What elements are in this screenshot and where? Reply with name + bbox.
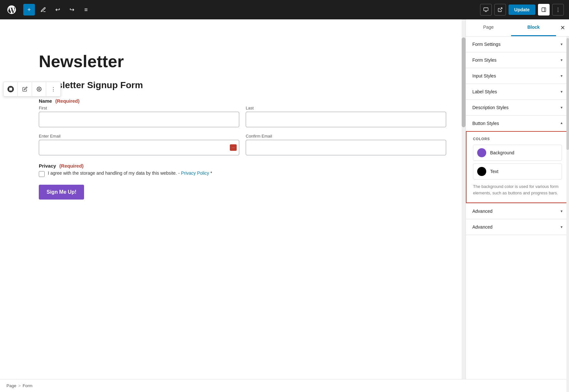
svg-rect-0 — [484, 8, 488, 11]
first-label: First — [39, 106, 239, 110]
privacy-checkbox[interactable] — [39, 171, 45, 177]
block-more-button[interactable]: ⋮ — [46, 82, 60, 96]
background-color-swatch — [477, 148, 486, 157]
last-name-col: Last — [246, 106, 446, 127]
toolbar: + ↩ ↪ ≡ Update ⋮ — [0, 0, 569, 19]
name-required-badge: (Required) — [55, 98, 80, 104]
tab-block[interactable]: Block — [511, 19, 556, 36]
update-button[interactable]: Update — [509, 5, 535, 15]
form-title: Newsletter Signup Form — [39, 80, 446, 90]
privacy-policy-link[interactable]: Privacy Policy — [181, 170, 209, 176]
submit-button[interactable]: Sign Me Up! — [39, 185, 84, 200]
chevron-down-icon: ▾ — [561, 89, 563, 94]
breadcrumb-form: Form — [23, 383, 32, 388]
privacy-field-label: Privacy (Required) — [39, 163, 446, 169]
accordion-form-styles-header[interactable]: Form Styles ▾ — [466, 52, 569, 68]
sidebar-scrollbar-track — [566, 19, 569, 379]
block-type-button[interactable] — [4, 82, 18, 96]
preview-button[interactable] — [494, 4, 506, 15]
block-toolbar: ⋮ — [3, 82, 61, 97]
wp-logo — [5, 3, 18, 16]
accordion-description-styles-header[interactable]: Description Styles ▾ — [466, 100, 569, 115]
svg-point-7 — [38, 88, 40, 90]
content-area: ⋮ Newsletter Newsletter Signup Form Name… — [0, 19, 466, 379]
add-block-button[interactable]: + — [23, 4, 35, 15]
accordion-button-styles-header[interactable]: Button Styles ▾ — [466, 116, 569, 131]
sidebar-scrollbar-thumb — [566, 38, 569, 150]
form-container: Newsletter Signup Form Name (Required) F… — [19, 80, 446, 200]
email-options-button[interactable]: ··· — [230, 144, 237, 151]
color-info-text: The background color is used for various… — [473, 183, 562, 196]
text-color-swatch — [477, 167, 486, 176]
sidebar: Page Block ✕ Form Settings ▾ Form Styles… — [466, 19, 569, 379]
sidebar-panel: Form Settings ▾ Form Styles ▾ Input Styl… — [466, 36, 569, 235]
enter-email-wrapper: ··· — [39, 140, 239, 155]
sidebar-tabs: Page Block ✕ — [466, 19, 569, 36]
block-edit-button[interactable] — [18, 82, 32, 96]
privacy-section: Privacy (Required) I agree with the stor… — [39, 163, 446, 177]
chevron-down-icon: ▾ — [561, 42, 563, 46]
colors-label: COLORS — [473, 137, 562, 141]
document-overview-button[interactable]: ≡ — [80, 4, 92, 15]
text-color-row[interactable]: Text — [473, 163, 562, 180]
accordion-form-settings-header[interactable]: Form Settings ▾ — [466, 36, 569, 52]
last-name-input[interactable] — [246, 112, 446, 127]
tools-button[interactable] — [38, 4, 49, 15]
chevron-up-icon: ▾ — [561, 121, 563, 126]
toolbar-right: Update ⋮ — [480, 4, 564, 15]
chevron-down-icon: ▾ — [561, 209, 563, 213]
accordion-advanced-2: Advanced ▾ — [466, 219, 569, 235]
page-title-partial: Newsletter — [39, 52, 124, 71]
accordion-input-styles: Input Styles ▾ — [466, 68, 569, 84]
chevron-down-icon: ▾ — [561, 74, 563, 78]
svg-rect-4 — [542, 8, 546, 12]
block-settings-button[interactable] — [32, 82, 46, 96]
privacy-checkbox-row: I agree with the storage and handling of… — [39, 170, 446, 177]
accordion-advanced-1: Advanced ▾ — [466, 203, 569, 219]
email-row: Enter Email ··· Confirm Email — [39, 134, 446, 155]
svg-rect-6 — [9, 88, 12, 91]
accordion-label-styles: Label Styles ▾ — [466, 84, 569, 100]
name-field-group: Name (Required) First Last — [39, 98, 446, 127]
enter-email-input[interactable] — [39, 140, 239, 155]
first-name-input[interactable] — [39, 112, 239, 127]
privacy-text: I agree with the storage and handling of… — [48, 170, 212, 176]
accordion-input-styles-header[interactable]: Input Styles ▾ — [466, 68, 569, 84]
accordion-advanced-1-header[interactable]: Advanced ▾ — [466, 203, 569, 219]
privacy-required-badge: (Required) — [59, 163, 84, 169]
main-area: ⋮ Newsletter Newsletter Signup Form Name… — [0, 19, 569, 379]
breadcrumb-page: Page — [6, 383, 16, 388]
svg-line-3 — [499, 8, 502, 10]
sidebar-toggle-button[interactable] — [538, 4, 550, 15]
accordion-description-styles: Description Styles ▾ — [466, 100, 569, 116]
breadcrumb: Page > Form — [0, 379, 569, 392]
sidebar-close-button[interactable]: ✕ — [556, 19, 569, 36]
confirm-email-col: Confirm Email — [246, 134, 446, 155]
content-scrollbar-thumb[interactable] — [462, 37, 466, 128]
accordion-button-styles: Button Styles ▾ COLORS Background Text — [466, 116, 569, 203]
background-color-row[interactable]: Background — [473, 145, 562, 161]
chevron-down-icon: ▾ — [561, 58, 563, 62]
chevron-down-icon: ▾ — [561, 105, 563, 110]
undo-button[interactable]: ↩ — [52, 4, 63, 15]
last-label: Last — [246, 106, 446, 110]
toolbar-left: + ↩ ↪ ≡ — [5, 3, 92, 16]
enter-email-label: Enter Email — [39, 134, 239, 139]
accordion-form-styles: Form Styles ▾ — [466, 52, 569, 68]
enter-email-col: Enter Email ··· — [39, 134, 239, 155]
accordion-form-settings: Form Settings ▾ — [466, 36, 569, 52]
accordion-advanced-2-header[interactable]: Advanced ▾ — [466, 219, 569, 235]
accordion-label-styles-header[interactable]: Label Styles ▾ — [466, 84, 569, 99]
breadcrumb-separator: > — [18, 383, 21, 388]
tab-page[interactable]: Page — [466, 19, 511, 36]
confirm-email-input[interactable] — [246, 140, 446, 155]
name-field-label: Name (Required) — [39, 98, 446, 104]
content-scrollbar-track[interactable] — [462, 19, 466, 379]
redo-button[interactable]: ↪ — [66, 4, 78, 15]
name-row: First Last — [39, 106, 446, 127]
more-options-button[interactable]: ⋮ — [552, 4, 564, 15]
view-button[interactable] — [480, 4, 492, 15]
background-color-label: Background — [490, 150, 514, 155]
text-color-label: Text — [490, 169, 499, 174]
button-styles-content: COLORS Background Text The background co… — [466, 131, 569, 203]
